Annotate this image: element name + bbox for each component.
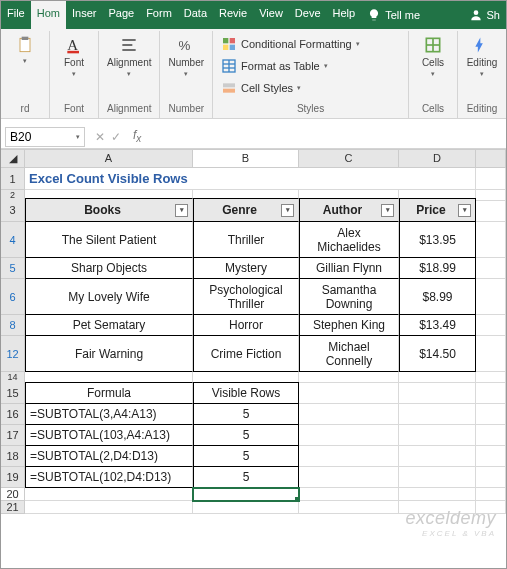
row-header[interactable]: 5 <box>1 258 25 279</box>
row-header[interactable]: 6 <box>1 279 25 315</box>
svg-rect-12 <box>230 45 235 50</box>
formula-input[interactable] <box>147 130 506 144</box>
result-cell[interactable]: 5 <box>193 446 299 467</box>
table-cell[interactable]: Samantha Downing <box>299 279 399 315</box>
tab-file[interactable]: File <box>1 1 31 29</box>
cell-styles-button[interactable]: Cell Styles▾ <box>221 79 301 97</box>
table-cell[interactable]: Alex Michaelides <box>299 222 399 258</box>
lightbulb-icon <box>367 8 381 22</box>
formula-header-a[interactable]: Formula <box>25 382 193 404</box>
tab-page[interactable]: Page <box>102 1 140 29</box>
table-header-price[interactable]: Price ▾ <box>399 198 476 222</box>
row-header[interactable]: 1 <box>1 168 25 190</box>
row-header[interactable]: 21 <box>1 501 25 514</box>
tab-insert[interactable]: Inser <box>66 1 102 29</box>
filter-dropdown-icon[interactable]: ▾ <box>175 204 188 217</box>
cells-icon <box>423 35 443 55</box>
share-label: Sh <box>487 9 500 21</box>
table-cell[interactable]: Fair Warning <box>25 336 193 372</box>
table-cell[interactable]: $13.95 <box>399 222 476 258</box>
col-header-extra[interactable] <box>476 150 506 168</box>
name-box-dropdown-icon[interactable]: ▾ <box>76 133 80 141</box>
fill-handle[interactable] <box>295 497 299 501</box>
sheet-title[interactable]: Excel Count Visible Rows <box>25 168 476 190</box>
table-cell[interactable]: $18.99 <box>399 258 476 279</box>
table-cell[interactable]: Psychological Thriller <box>193 279 299 315</box>
formula-cell[interactable]: =SUBTOTAL(102,D4:D13) <box>25 467 193 488</box>
svg-text:A: A <box>67 37 78 53</box>
table-cell[interactable]: The Silent Patient <box>25 222 193 258</box>
row-header[interactable]: 8 <box>1 315 25 336</box>
active-cell[interactable] <box>193 488 299 501</box>
name-box[interactable]: B20 ▾ <box>5 127 85 147</box>
spreadsheet-grid[interactable]: ◢ A B C D 1 Excel Count Visible Rows 2 3… <box>1 149 506 514</box>
tab-home[interactable]: Hom <box>31 1 66 29</box>
result-cell[interactable]: 5 <box>193 425 299 446</box>
table-cell[interactable]: Gillian Flynn <box>299 258 399 279</box>
svg-rect-9 <box>223 38 228 43</box>
table-cell[interactable]: $13.49 <box>399 315 476 336</box>
tab-view[interactable]: View <box>253 1 289 29</box>
formula-cell[interactable]: =SUBTOTAL(2,D4:D13) <box>25 446 193 467</box>
row-header[interactable]: 12 <box>1 336 25 372</box>
tab-review[interactable]: Revie <box>213 1 253 29</box>
row-header[interactable]: 18 <box>1 446 25 467</box>
row-header[interactable]: 3 <box>1 198 25 222</box>
row-header[interactable]: 20 <box>1 488 25 501</box>
tab-data[interactable]: Data <box>178 1 213 29</box>
select-all-corner[interactable]: ◢ <box>1 150 25 168</box>
col-header-b[interactable]: B <box>193 150 299 168</box>
formula-header-b[interactable]: Visible Rows <box>193 382 299 404</box>
filter-dropdown-icon[interactable]: ▾ <box>381 204 394 217</box>
col-header-c[interactable]: C <box>299 150 399 168</box>
conditional-formatting-button[interactable]: Conditional Formatting▾ <box>221 35 360 53</box>
col-header-a[interactable]: A <box>25 150 193 168</box>
table-cell[interactable]: Sharp Objects <box>25 258 193 279</box>
table-cell[interactable]: Crime Fiction <box>193 336 299 372</box>
svg-rect-10 <box>230 38 235 43</box>
tab-formulas[interactable]: Form <box>140 1 178 29</box>
filter-dropdown-icon[interactable]: ▾ <box>458 204 471 217</box>
table-header-books[interactable]: Books ▾ <box>25 198 193 222</box>
table-cell[interactable]: $8.99 <box>399 279 476 315</box>
number-button[interactable]: % Number▾ <box>164 33 208 80</box>
table-cell[interactable]: My Lovely Wife <box>25 279 193 315</box>
table-cell[interactable]: Pet Sematary <box>25 315 193 336</box>
table-cell[interactable]: Stephen King <box>299 315 399 336</box>
tell-me-search[interactable]: Tell me <box>361 1 426 29</box>
row-header[interactable]: 16 <box>1 404 25 425</box>
row-header[interactable]: 19 <box>1 467 25 488</box>
svg-text:%: % <box>179 38 191 53</box>
fx-icon[interactable]: fx <box>127 128 147 144</box>
table-cell[interactable]: Thriller <box>193 222 299 258</box>
column-headers: ◢ A B C D <box>1 149 506 168</box>
row-header[interactable]: 17 <box>1 425 25 446</box>
table-cell[interactable]: $14.50 <box>399 336 476 372</box>
tab-help[interactable]: Help <box>327 1 362 29</box>
tab-developer[interactable]: Deve <box>289 1 327 29</box>
formula-cell[interactable]: =SUBTOTAL(3,A4:A13) <box>25 404 193 425</box>
row-header[interactable]: 4 <box>1 222 25 258</box>
alignment-button[interactable]: Alignment▾ <box>103 33 155 80</box>
result-cell[interactable]: 5 <box>193 467 299 488</box>
table-header-author[interactable]: Author ▾ <box>299 198 399 222</box>
font-button[interactable]: A Font▾ <box>54 33 94 80</box>
col-header-d[interactable]: D <box>399 150 476 168</box>
cell-styles-icon <box>221 80 237 96</box>
table-header-genre[interactable]: Genre ▾ <box>193 198 299 222</box>
share-button[interactable]: Sh <box>463 1 506 29</box>
filter-dropdown-icon[interactable]: ▾ <box>281 204 294 217</box>
table-cell[interactable]: Michael Connelly <box>299 336 399 372</box>
editing-button[interactable]: Editing▾ <box>462 33 502 80</box>
table-cell[interactable]: Horror <box>193 315 299 336</box>
clipboard-button[interactable]: ▾ <box>5 33 45 67</box>
cells-button[interactable]: Cells▾ <box>413 33 453 80</box>
svg-rect-17 <box>223 83 235 87</box>
table-cell[interactable]: Mystery <box>193 258 299 279</box>
format-as-table-button[interactable]: Format as Table▾ <box>221 57 328 75</box>
result-cell[interactable]: 5 <box>193 404 299 425</box>
cancel-icon: ✕ <box>95 130 105 144</box>
alignment-group-label: Alignment <box>103 101 155 116</box>
row-header[interactable]: 15 <box>1 382 25 404</box>
formula-cell[interactable]: =SUBTOTAL(103,A4:A13) <box>25 425 193 446</box>
